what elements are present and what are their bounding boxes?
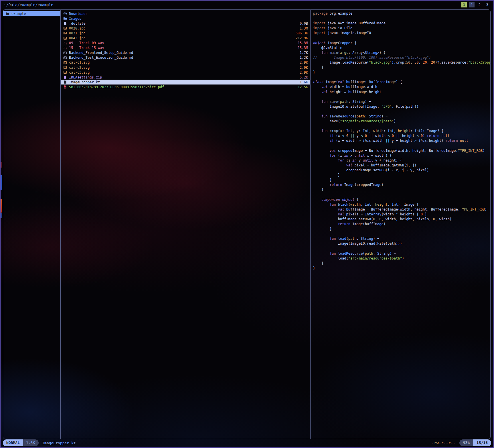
file-row[interactable]: 15 - Track 15.wav15.3M <box>61 46 310 50</box>
code-line: } <box>313 187 490 192</box>
file-row[interactable]: SBI_0032013739_2023_DE05_0003155631Invoi… <box>61 85 310 89</box>
mode-badge: NORMAL <box>3 439 23 446</box>
code-line: fun main(args: Array<String>) { <box>313 50 490 55</box>
status-filename: ImageCropper.kt <box>42 441 76 445</box>
code-line: if (x + width > this.width || y + height… <box>313 138 490 143</box>
code-line: import java.awt.image.BufferedImage <box>313 21 490 26</box>
file-size: 0.0B <box>300 21 308 25</box>
file-row[interactable]: IDEAsettings.zip5.2K <box>61 75 310 80</box>
tab-3[interactable]: 2 <box>477 2 482 7</box>
file-name: Backend_Frontend_Setup_Guide.md <box>69 51 297 55</box>
tab-4[interactable]: 3 <box>485 2 490 7</box>
file-row[interactable]: Backend_Test_Execution_Guide.md1.3K <box>61 55 310 60</box>
code-line: val pixels = IntArray(width * height) { … <box>313 212 490 217</box>
code-line: val height = buffImage.height <box>313 90 490 95</box>
image-icon <box>63 31 67 35</box>
file-size: 2.9K <box>300 66 308 70</box>
file-name: 0042.jpg <box>69 36 293 40</box>
file-name: Images <box>69 17 306 21</box>
code-line: import javax.imageio.ImageIO <box>313 31 490 36</box>
file-size: 5.2K <box>300 75 308 79</box>
cursor-position: 15/16 <box>473 439 491 446</box>
code-line <box>313 36 490 40</box>
code-line: fun loadResource(path: String) = <box>313 251 490 256</box>
code-line: } <box>313 65 490 70</box>
current-directory-panel[interactable]: DownloadsImages.dotfile0.0B0028.jpg1.3M0… <box>61 10 311 439</box>
code-line: val buffImage = BufferedImage(width, hei… <box>313 207 490 212</box>
file-size-badge: 1.6K <box>23 439 39 446</box>
code-line <box>313 75 490 80</box>
file-size: 1.3K <box>300 56 308 60</box>
file-icon <box>63 21 67 25</box>
file-manager-panels: example DownloadsImages.dotfile0.0B0028.… <box>3 9 491 439</box>
zip-icon <box>63 75 67 79</box>
file-row[interactable]: 09 - Track 09.wav15.3M <box>61 41 310 46</box>
code-line: Image.loadResource("black.jpg").crop(50,… <box>313 60 490 65</box>
image-icon <box>63 70 67 74</box>
code-line: for (i in x until x + width) { <box>313 153 490 158</box>
parent-dir-item[interactable]: example <box>3 11 60 16</box>
file-row[interactable]: 0031.jpg586.3K <box>61 31 310 36</box>
file-row[interactable]: 0028.jpg1.3M <box>61 26 310 31</box>
file-name: example <box>11 12 58 16</box>
code-line <box>313 192 490 197</box>
code-line: fun load(path: String) = <box>313 236 490 241</box>
file-row[interactable]: cal-c3.svg2.9K <box>61 70 310 75</box>
file-size: 15.3M <box>298 41 308 45</box>
file-row[interactable]: .dotfile0.0B <box>61 21 310 26</box>
code-line: if (x < 0 || y < 0 || width < 0 || heigh… <box>313 133 490 138</box>
file-row[interactable]: Images <box>61 16 310 21</box>
code-line <box>313 144 490 148</box>
code-line: object ImageCropper { <box>313 41 490 46</box>
markdown-icon <box>63 51 67 55</box>
file-name: SBI_0032013739_2023_DE05_0003155631Invoi… <box>69 85 295 89</box>
code-line <box>313 124 490 129</box>
wallpaper-sliver <box>1 175 2 190</box>
code-line <box>313 16 490 21</box>
file-row[interactable]: Backend_Frontend_Setup_Guide.md1.7K <box>61 50 310 55</box>
audio-icon <box>63 41 67 45</box>
file-size: 1.7K <box>300 51 308 55</box>
code-line: val pixel = buffImage.getRGB(i, j) <box>313 163 490 168</box>
tab-2[interactable]: 1 <box>469 2 475 7</box>
code-preview[interactable]: package org.example import java.awt.imag… <box>311 10 490 439</box>
code-line: return Image(buffImage) <box>313 222 490 227</box>
code-line: package org.example <box>313 11 490 16</box>
code-line: } <box>313 266 490 271</box>
file-row[interactable]: 0042.jpg212.9K <box>61 36 310 40</box>
code-line: load("src/main/resources/$path") <box>313 256 490 261</box>
file-size: 2.9K <box>300 70 308 74</box>
parent-directory-panel[interactable]: example <box>3 10 61 439</box>
code-line <box>313 246 490 251</box>
code-line: @JvmStatic <box>313 46 490 50</box>
code-line: return Image(croppedImage) <box>313 182 490 187</box>
wallpaper-sliver <box>1 162 2 168</box>
file-row[interactable]: ImageCropper.kt1.6K <box>61 80 310 85</box>
file-size: 212.9K <box>296 36 308 40</box>
file-name: cal-c2.svg <box>69 66 297 70</box>
tab-1[interactable]: 1 <box>461 2 467 7</box>
code-line: val width = buffImage.width <box>313 85 490 89</box>
code-line: for (j in y until y + height) { <box>313 158 490 163</box>
image-icon <box>63 61 67 64</box>
file-row[interactable]: cal-c2.svg2.9K <box>61 65 310 70</box>
file-name: Backend_Test_Execution_Guide.md <box>69 56 297 60</box>
file-name: ImageCropper.kt <box>69 80 297 84</box>
file-icon <box>63 80 67 84</box>
wallpaper-sliver <box>1 199 2 213</box>
status-bar: NORMAL 1.6K ImageCropper.kt -rw-r--r-- 9… <box>3 439 491 446</box>
file-row[interactable]: cal-c1.svg2.9K <box>61 60 310 65</box>
code-line <box>313 109 490 114</box>
folder-icon <box>63 17 67 20</box>
code-line: save("src/main/resources/$path") <box>313 119 490 124</box>
file-name: IDEAsettings.zip <box>69 75 297 79</box>
file-row[interactable]: Downloads <box>61 11 310 16</box>
file-name: Downloads <box>69 12 306 16</box>
status-right: -rw-r--r-- 93% 15/16 <box>432 439 491 446</box>
image-icon <box>63 66 67 69</box>
file-size: 1.3M <box>300 26 308 30</box>
code-line: Image(ImageIO.read(File(path))) <box>313 241 490 246</box>
image-icon <box>63 26 67 30</box>
permissions: -rw-r--r-- <box>432 441 455 445</box>
audio-icon <box>63 46 67 50</box>
